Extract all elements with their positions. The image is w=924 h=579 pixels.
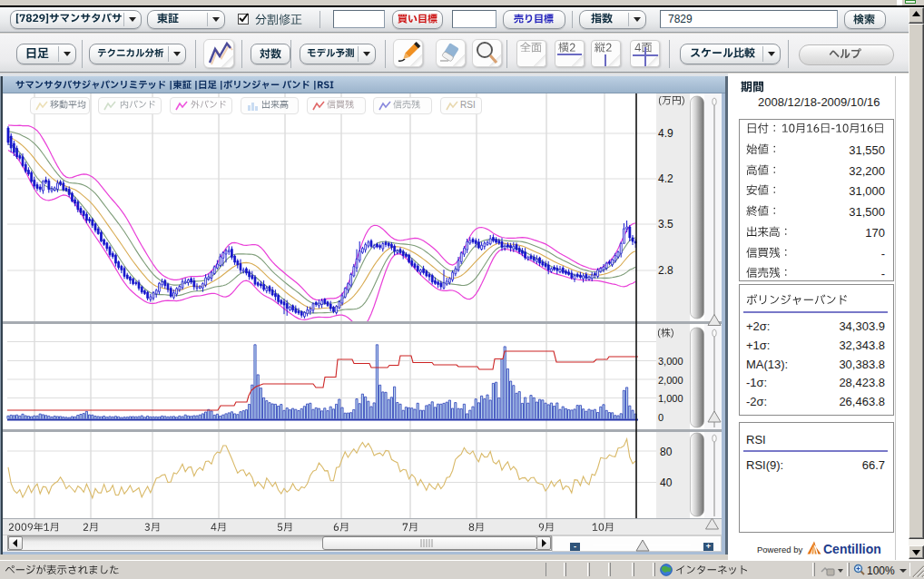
svg-text:3,000: 3,000 <box>658 356 683 367</box>
svg-text:80: 80 <box>660 446 673 458</box>
svg-text:3.5: 3.5 <box>658 218 673 231</box>
svg-text:40: 40 <box>660 476 673 489</box>
svg-text:2,000: 2,000 <box>658 375 683 386</box>
svg-text:4.9: 4.9 <box>658 127 673 140</box>
svg-text:0: 0 <box>658 412 664 423</box>
svg-text:1,000: 1,000 <box>658 393 683 404</box>
svg-text:4.2: 4.2 <box>658 172 673 185</box>
svg-text:2.8: 2.8 <box>658 264 673 277</box>
